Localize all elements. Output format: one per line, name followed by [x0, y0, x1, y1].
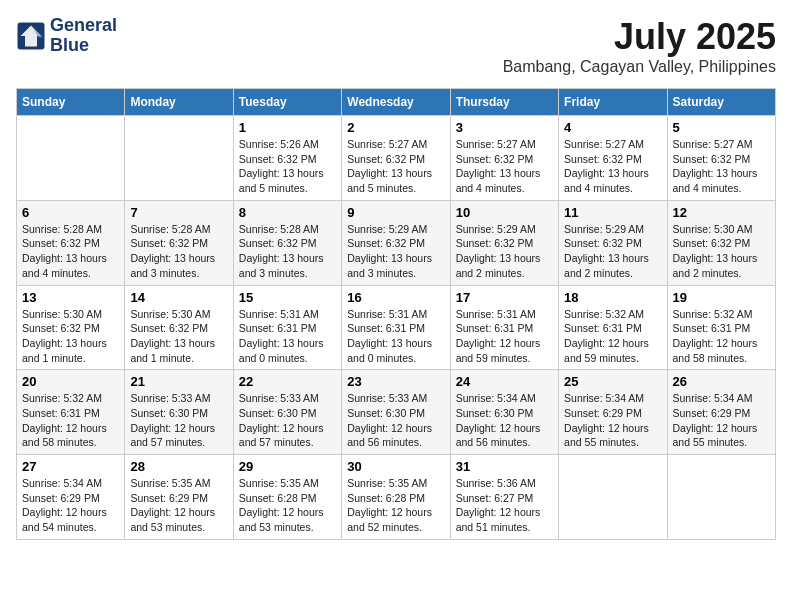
- day-info: Sunrise: 5:34 AM Sunset: 6:29 PM Dayligh…: [22, 476, 119, 535]
- day-number: 14: [130, 290, 227, 305]
- calendar-cell: [17, 116, 125, 201]
- calendar-week-2: 6Sunrise: 5:28 AM Sunset: 6:32 PM Daylig…: [17, 200, 776, 285]
- calendar-cell: 16Sunrise: 5:31 AM Sunset: 6:31 PM Dayli…: [342, 285, 450, 370]
- weekday-header-sunday: Sunday: [17, 89, 125, 116]
- day-number: 26: [673, 374, 770, 389]
- day-info: Sunrise: 5:31 AM Sunset: 6:31 PM Dayligh…: [456, 307, 553, 366]
- calendar-cell: 1Sunrise: 5:26 AM Sunset: 6:32 PM Daylig…: [233, 116, 341, 201]
- day-number: 6: [22, 205, 119, 220]
- day-info: Sunrise: 5:29 AM Sunset: 6:32 PM Dayligh…: [564, 222, 661, 281]
- day-number: 12: [673, 205, 770, 220]
- day-number: 13: [22, 290, 119, 305]
- day-info: Sunrise: 5:28 AM Sunset: 6:32 PM Dayligh…: [130, 222, 227, 281]
- calendar-cell: 30Sunrise: 5:35 AM Sunset: 6:28 PM Dayli…: [342, 455, 450, 540]
- calendar-cell: 18Sunrise: 5:32 AM Sunset: 6:31 PM Dayli…: [559, 285, 667, 370]
- day-number: 30: [347, 459, 444, 474]
- day-number: 25: [564, 374, 661, 389]
- calendar-week-5: 27Sunrise: 5:34 AM Sunset: 6:29 PM Dayli…: [17, 455, 776, 540]
- day-number: 21: [130, 374, 227, 389]
- calendar-cell: 10Sunrise: 5:29 AM Sunset: 6:32 PM Dayli…: [450, 200, 558, 285]
- day-info: Sunrise: 5:27 AM Sunset: 6:32 PM Dayligh…: [347, 137, 444, 196]
- calendar-cell: [125, 116, 233, 201]
- day-info: Sunrise: 5:36 AM Sunset: 6:27 PM Dayligh…: [456, 476, 553, 535]
- calendar-cell: 14Sunrise: 5:30 AM Sunset: 6:32 PM Dayli…: [125, 285, 233, 370]
- weekday-header-wednesday: Wednesday: [342, 89, 450, 116]
- day-number: 28: [130, 459, 227, 474]
- weekday-header-friday: Friday: [559, 89, 667, 116]
- logo-icon: [16, 21, 46, 51]
- day-info: Sunrise: 5:33 AM Sunset: 6:30 PM Dayligh…: [347, 391, 444, 450]
- day-info: Sunrise: 5:27 AM Sunset: 6:32 PM Dayligh…: [564, 137, 661, 196]
- day-info: Sunrise: 5:28 AM Sunset: 6:32 PM Dayligh…: [239, 222, 336, 281]
- day-info: Sunrise: 5:29 AM Sunset: 6:32 PM Dayligh…: [456, 222, 553, 281]
- day-number: 23: [347, 374, 444, 389]
- day-info: Sunrise: 5:34 AM Sunset: 6:30 PM Dayligh…: [456, 391, 553, 450]
- weekday-header-saturday: Saturday: [667, 89, 775, 116]
- calendar-cell: 7Sunrise: 5:28 AM Sunset: 6:32 PM Daylig…: [125, 200, 233, 285]
- day-number: 11: [564, 205, 661, 220]
- day-number: 31: [456, 459, 553, 474]
- day-info: Sunrise: 5:30 AM Sunset: 6:32 PM Dayligh…: [130, 307, 227, 366]
- day-info: Sunrise: 5:35 AM Sunset: 6:29 PM Dayligh…: [130, 476, 227, 535]
- day-number: 16: [347, 290, 444, 305]
- day-info: Sunrise: 5:34 AM Sunset: 6:29 PM Dayligh…: [673, 391, 770, 450]
- title-block: July 2025 Bambang, Cagayan Valley, Phili…: [503, 16, 776, 76]
- weekday-header-monday: Monday: [125, 89, 233, 116]
- calendar-cell: 23Sunrise: 5:33 AM Sunset: 6:30 PM Dayli…: [342, 370, 450, 455]
- day-number: 10: [456, 205, 553, 220]
- calendar-cell: 20Sunrise: 5:32 AM Sunset: 6:31 PM Dayli…: [17, 370, 125, 455]
- day-info: Sunrise: 5:30 AM Sunset: 6:32 PM Dayligh…: [673, 222, 770, 281]
- day-info: Sunrise: 5:27 AM Sunset: 6:32 PM Dayligh…: [673, 137, 770, 196]
- calendar-cell: 22Sunrise: 5:33 AM Sunset: 6:30 PM Dayli…: [233, 370, 341, 455]
- page-header: General Blue July 2025 Bambang, Cagayan …: [16, 16, 776, 76]
- day-info: Sunrise: 5:33 AM Sunset: 6:30 PM Dayligh…: [130, 391, 227, 450]
- calendar-cell: [559, 455, 667, 540]
- calendar-body: 1Sunrise: 5:26 AM Sunset: 6:32 PM Daylig…: [17, 116, 776, 540]
- calendar-cell: [667, 455, 775, 540]
- logo: General Blue: [16, 16, 117, 56]
- calendar-cell: 11Sunrise: 5:29 AM Sunset: 6:32 PM Dayli…: [559, 200, 667, 285]
- day-number: 4: [564, 120, 661, 135]
- calendar-cell: 6Sunrise: 5:28 AM Sunset: 6:32 PM Daylig…: [17, 200, 125, 285]
- month-title: July 2025: [503, 16, 776, 58]
- day-info: Sunrise: 5:27 AM Sunset: 6:32 PM Dayligh…: [456, 137, 553, 196]
- calendar-cell: 19Sunrise: 5:32 AM Sunset: 6:31 PM Dayli…: [667, 285, 775, 370]
- logo-text: General Blue: [50, 16, 117, 56]
- location: Bambang, Cagayan Valley, Philippines: [503, 58, 776, 76]
- day-info: Sunrise: 5:35 AM Sunset: 6:28 PM Dayligh…: [239, 476, 336, 535]
- day-number: 17: [456, 290, 553, 305]
- day-number: 20: [22, 374, 119, 389]
- day-info: Sunrise: 5:26 AM Sunset: 6:32 PM Dayligh…: [239, 137, 336, 196]
- day-number: 9: [347, 205, 444, 220]
- calendar-cell: 25Sunrise: 5:34 AM Sunset: 6:29 PM Dayli…: [559, 370, 667, 455]
- day-info: Sunrise: 5:35 AM Sunset: 6:28 PM Dayligh…: [347, 476, 444, 535]
- calendar-cell: 13Sunrise: 5:30 AM Sunset: 6:32 PM Dayli…: [17, 285, 125, 370]
- day-number: 15: [239, 290, 336, 305]
- day-info: Sunrise: 5:34 AM Sunset: 6:29 PM Dayligh…: [564, 391, 661, 450]
- calendar-cell: 21Sunrise: 5:33 AM Sunset: 6:30 PM Dayli…: [125, 370, 233, 455]
- day-number: 22: [239, 374, 336, 389]
- calendar-table: SundayMondayTuesdayWednesdayThursdayFrid…: [16, 88, 776, 540]
- day-number: 1: [239, 120, 336, 135]
- calendar-cell: 27Sunrise: 5:34 AM Sunset: 6:29 PM Dayli…: [17, 455, 125, 540]
- calendar-cell: 17Sunrise: 5:31 AM Sunset: 6:31 PM Dayli…: [450, 285, 558, 370]
- calendar-header-row: SundayMondayTuesdayWednesdayThursdayFrid…: [17, 89, 776, 116]
- calendar-cell: 3Sunrise: 5:27 AM Sunset: 6:32 PM Daylig…: [450, 116, 558, 201]
- calendar-cell: 8Sunrise: 5:28 AM Sunset: 6:32 PM Daylig…: [233, 200, 341, 285]
- day-number: 2: [347, 120, 444, 135]
- calendar-cell: 9Sunrise: 5:29 AM Sunset: 6:32 PM Daylig…: [342, 200, 450, 285]
- calendar-week-1: 1Sunrise: 5:26 AM Sunset: 6:32 PM Daylig…: [17, 116, 776, 201]
- day-number: 27: [22, 459, 119, 474]
- calendar-week-3: 13Sunrise: 5:30 AM Sunset: 6:32 PM Dayli…: [17, 285, 776, 370]
- calendar-cell: 29Sunrise: 5:35 AM Sunset: 6:28 PM Dayli…: [233, 455, 341, 540]
- calendar-cell: 24Sunrise: 5:34 AM Sunset: 6:30 PM Dayli…: [450, 370, 558, 455]
- calendar-week-4: 20Sunrise: 5:32 AM Sunset: 6:31 PM Dayli…: [17, 370, 776, 455]
- calendar-cell: 12Sunrise: 5:30 AM Sunset: 6:32 PM Dayli…: [667, 200, 775, 285]
- calendar-cell: 5Sunrise: 5:27 AM Sunset: 6:32 PM Daylig…: [667, 116, 775, 201]
- day-info: Sunrise: 5:32 AM Sunset: 6:31 PM Dayligh…: [22, 391, 119, 450]
- day-number: 8: [239, 205, 336, 220]
- weekday-header-thursday: Thursday: [450, 89, 558, 116]
- day-info: Sunrise: 5:30 AM Sunset: 6:32 PM Dayligh…: [22, 307, 119, 366]
- day-info: Sunrise: 5:29 AM Sunset: 6:32 PM Dayligh…: [347, 222, 444, 281]
- calendar-cell: 15Sunrise: 5:31 AM Sunset: 6:31 PM Dayli…: [233, 285, 341, 370]
